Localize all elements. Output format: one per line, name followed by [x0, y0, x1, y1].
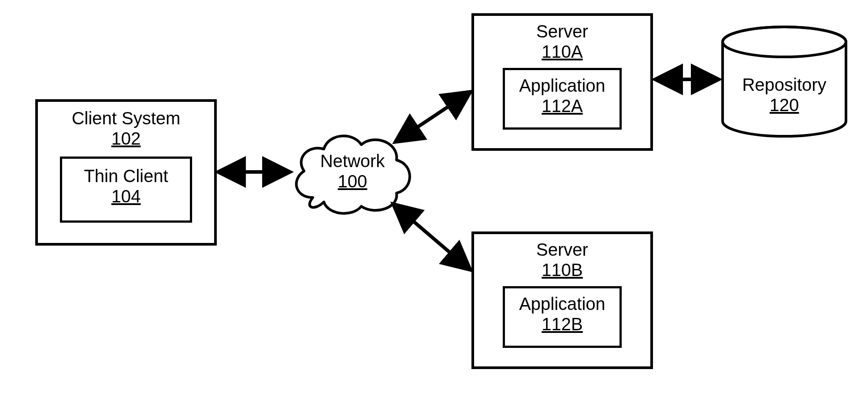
network-cloud: Network 100: [286, 123, 419, 220]
server-a-box: Server 110A Application 112A: [471, 13, 653, 151]
server-a-title-text: Server: [536, 22, 588, 41]
server-a-title: Server 110A: [474, 21, 650, 62]
application-b-box: Application 112B: [503, 286, 622, 348]
network-id: 100: [338, 172, 367, 191]
network-title: Network: [320, 151, 385, 171]
server-b-title-text: Server: [536, 240, 588, 259]
server-b-id: 110B: [542, 260, 582, 280]
application-a-id: 112A: [542, 96, 582, 116]
application-a-box: Application 112A: [503, 68, 622, 130]
repository-label: Repository 120: [742, 75, 826, 115]
client-system-title-text: Client System: [72, 108, 181, 128]
server-b-title: Server 110B: [474, 239, 650, 280]
repository-id: 120: [770, 95, 799, 115]
repository-title: Repository: [742, 75, 826, 94]
diagram-stage: Client System 102 Thin Client 104 Networ…: [0, 0, 868, 403]
thin-client-title: Thin Client: [84, 166, 168, 186]
client-system-title: Client System 102: [38, 108, 214, 149]
application-b-title: Application: [519, 294, 605, 313]
application-a-title: Application: [519, 76, 605, 95]
repository-cylinder: Repository 120: [718, 24, 850, 139]
network-label: Network 100: [320, 151, 385, 191]
thin-client-label: Thin Client 104: [62, 166, 190, 206]
application-a-label: Application 112A: [505, 75, 619, 116]
application-b-label: Application 112B: [505, 294, 619, 334]
thin-client-id: 104: [111, 187, 141, 206]
client-system-box: Client System 102 Thin Client 104: [35, 99, 217, 246]
server-a-id: 110A: [542, 42, 582, 61]
application-b-id: 112B: [542, 314, 582, 334]
thin-client-box: Thin Client 104: [60, 157, 192, 223]
client-system-id: 102: [111, 129, 141, 148]
server-b-box: Server 110B Application 112B: [471, 231, 653, 369]
